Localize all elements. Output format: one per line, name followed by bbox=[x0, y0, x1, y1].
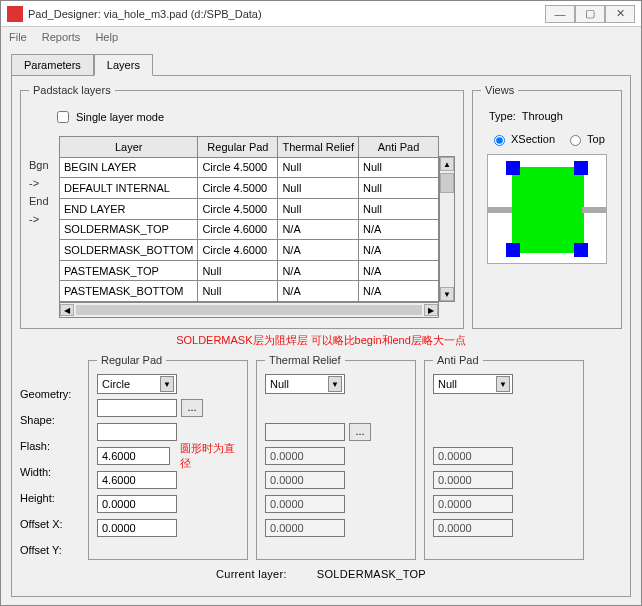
field-labels: Geometry: Shape: Flash: Width: Height: O… bbox=[20, 384, 80, 560]
anti-height-input[interactable]: 0.0000 bbox=[433, 471, 513, 489]
regular-height-input[interactable]: 4.6000 bbox=[97, 471, 177, 489]
annotation-soldermask: SOLDERMASK层为阻焊层 可以略比begin和end层略大一点 bbox=[20, 333, 622, 348]
annotation-diameter: 圆形时为直径 bbox=[180, 441, 239, 471]
browse-button[interactable]: ... bbox=[181, 399, 203, 417]
minimize-button[interactable]: — bbox=[545, 5, 575, 23]
thermal-offy-input[interactable]: 0.0000 bbox=[265, 519, 345, 537]
menu-bar: File Reports Help bbox=[1, 27, 641, 47]
pad-preview bbox=[487, 154, 607, 264]
table-row[interactable]: DEFAULT INTERNALCircle 4.5000NullNull bbox=[60, 178, 439, 199]
padstack-legend: Padstack layers bbox=[29, 84, 115, 96]
window-title: Pad_Designer: via_hole_m3.pad (d:/SPB_Da… bbox=[28, 8, 545, 20]
tab-layers[interactable]: Layers bbox=[94, 54, 153, 76]
table-row[interactable]: END LAYERCircle 4.5000NullNull bbox=[60, 198, 439, 219]
table-row[interactable]: BEGIN LAYERCircle 4.5000NullNull bbox=[60, 157, 439, 178]
tab-parameters[interactable]: Parameters bbox=[11, 54, 94, 76]
table-row[interactable]: SOLDERMASK_TOPCircle 4.6000N/AN/A bbox=[60, 219, 439, 240]
menu-reports[interactable]: Reports bbox=[42, 31, 81, 43]
current-layer-status: Current layer:SOLDERMASK_TOP bbox=[20, 560, 622, 588]
maximize-button[interactable]: ▢ bbox=[575, 5, 605, 23]
thermal-offx-input[interactable]: 0.0000 bbox=[265, 495, 345, 513]
regular-flash-input[interactable] bbox=[97, 423, 177, 441]
scroll-thumb[interactable] bbox=[440, 173, 454, 193]
anti-geometry-select[interactable]: Null▼ bbox=[433, 374, 513, 394]
scroll-down-icon[interactable]: ▼ bbox=[440, 287, 454, 301]
regular-width-input[interactable]: 4.6000 bbox=[97, 447, 170, 465]
radio-top[interactable]: Top bbox=[565, 132, 605, 146]
thermal-geometry-select[interactable]: Null▼ bbox=[265, 374, 345, 394]
radio-xsection[interactable]: XSection bbox=[489, 132, 555, 146]
regular-offx-input[interactable]: 0.0000 bbox=[97, 495, 177, 513]
regular-offy-input[interactable]: 0.0000 bbox=[97, 519, 177, 537]
browse-button[interactable]: ... bbox=[349, 423, 371, 441]
table-vscroll[interactable]: ▲ ▼ bbox=[439, 156, 455, 302]
scroll-left-icon[interactable]: ◀ bbox=[60, 304, 74, 316]
thermal-flash-input[interactable] bbox=[265, 423, 345, 441]
single-layer-checkbox[interactable] bbox=[57, 111, 69, 123]
close-button[interactable]: ✕ bbox=[605, 5, 635, 23]
row-label-column: Bgn -> End -> bbox=[29, 156, 59, 302]
layers-table[interactable]: Layer Regular Pad Thermal Relief Anti Pa… bbox=[59, 136, 439, 302]
anti-pad-group: Anti Pad Null▼ 0.0000 0.0000 0.0000 0.00… bbox=[424, 354, 584, 560]
thermal-relief-group: Thermal Relief Null▼ ... 0.0000 0.0000 0… bbox=[256, 354, 416, 560]
title-bar: Pad_Designer: via_hole_m3.pad (d:/SPB_Da… bbox=[1, 1, 641, 27]
menu-help[interactable]: Help bbox=[95, 31, 118, 43]
thermal-width-input[interactable]: 0.0000 bbox=[265, 447, 345, 465]
menu-file[interactable]: File bbox=[9, 31, 27, 43]
anti-width-input[interactable]: 0.0000 bbox=[433, 447, 513, 465]
app-icon bbox=[7, 6, 23, 22]
scroll-right-icon[interactable]: ▶ bbox=[424, 304, 438, 316]
table-hscroll[interactable]: ◀ ▶ bbox=[59, 302, 439, 318]
regular-pad-group: Regular Pad Circle▼ ... 4.6000圆形时为直径 4.6… bbox=[88, 354, 248, 560]
app-window: Pad_Designer: via_hole_m3.pad (d:/SPB_Da… bbox=[0, 0, 642, 606]
thermal-height-input[interactable]: 0.0000 bbox=[265, 471, 345, 489]
table-row[interactable]: PASTEMASK_TOPNullN/AN/A bbox=[60, 260, 439, 281]
tab-panel: Padstack layers Single layer mode Bgn ->… bbox=[11, 75, 631, 597]
chevron-down-icon: ▼ bbox=[496, 376, 510, 392]
chevron-down-icon: ▼ bbox=[160, 376, 174, 392]
anti-offy-input[interactable]: 0.0000 bbox=[433, 519, 513, 537]
single-layer-mode[interactable]: Single layer mode bbox=[53, 108, 455, 126]
chevron-down-icon: ▼ bbox=[328, 376, 342, 392]
anti-offx-input[interactable]: 0.0000 bbox=[433, 495, 513, 513]
regular-shape-input[interactable] bbox=[97, 399, 177, 417]
views-group: Views Type: Through XSection Top bbox=[472, 84, 622, 329]
scroll-up-icon[interactable]: ▲ bbox=[440, 157, 454, 171]
regular-geometry-select[interactable]: Circle▼ bbox=[97, 374, 177, 394]
table-row[interactable]: PASTEMASK_BOTTOMNullN/AN/A bbox=[60, 281, 439, 302]
table-row[interactable]: SOLDERMASK_BOTTOMCircle 4.6000N/AN/A bbox=[60, 240, 439, 261]
padstack-group: Padstack layers Single layer mode Bgn ->… bbox=[20, 84, 464, 329]
